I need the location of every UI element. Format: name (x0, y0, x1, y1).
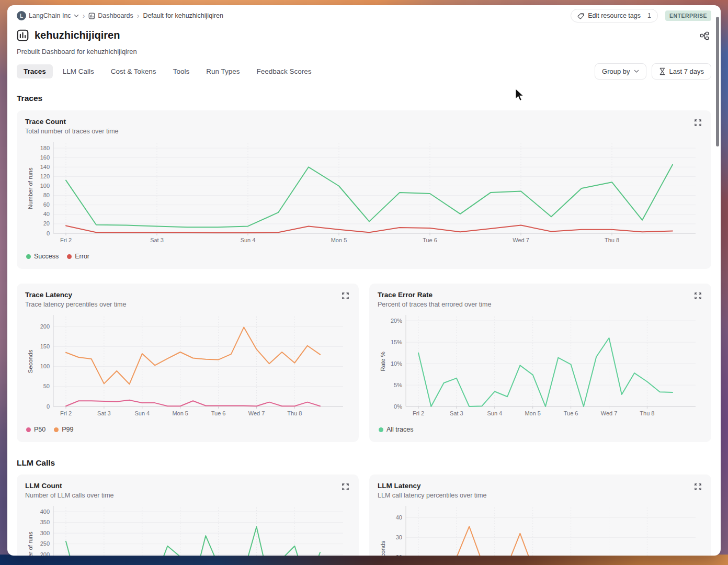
org-avatar: L (17, 11, 26, 20)
breadcrumb-dashboards[interactable]: Dashboards (88, 12, 133, 19)
tab-traces[interactable]: Traces (17, 64, 53, 78)
svg-text:Wed 7: Wed 7 (513, 237, 529, 243)
section-heading-traces: Traces (17, 94, 711, 103)
svg-text:350: 350 (40, 519, 50, 525)
svg-text:Thu 8: Thu 8 (605, 237, 619, 243)
expand-icon[interactable] (693, 482, 703, 493)
page-subtitle: Prebuilt Dashboard for kehuzhichijiqiren (17, 48, 711, 55)
svg-text:Fri 2: Fri 2 (413, 410, 424, 416)
hierarchy-icon (700, 31, 709, 41)
svg-text:Mon 5: Mon 5 (172, 410, 188, 416)
tab-llm-calls[interactable]: LLM Calls (56, 64, 101, 78)
tab-tools[interactable]: Tools (166, 64, 197, 78)
legend-label: Success (34, 253, 59, 260)
svg-text:Tue 6: Tue 6 (211, 410, 226, 416)
edit-resource-tags-button[interactable]: Edit resource tags 1 (571, 9, 658, 22)
legend-dot (379, 427, 383, 432)
card-head: LLM Latency LLM call latency percentiles… (378, 482, 703, 499)
svg-text:Mon 5: Mon 5 (331, 237, 347, 243)
expand-icon[interactable] (340, 482, 350, 493)
svg-text:150: 150 (40, 343, 50, 349)
group-by-label: Group by (602, 67, 630, 75)
svg-text:200: 200 (40, 551, 50, 556)
chevron-down-icon (634, 70, 639, 73)
y-axis-label: Number of runs (27, 167, 33, 209)
breadcrumb-separator: › (83, 12, 85, 19)
legend-item-all-traces[interactable]: All traces (379, 426, 413, 433)
tab-run-types[interactable]: Run Types (199, 64, 246, 78)
legend-item-p99[interactable]: P99 (54, 426, 73, 433)
card-title: LLM Latency (378, 482, 486, 490)
svg-text:60: 60 (43, 201, 50, 208)
expand-icon[interactable] (693, 118, 703, 129)
svg-text:80: 80 (43, 192, 50, 198)
expand-icon[interactable] (693, 291, 703, 302)
org-switcher[interactable]: L LangChain Inc (17, 11, 79, 20)
legend-label: All traces (386, 426, 413, 433)
legend-item-error[interactable]: Error (67, 253, 89, 260)
trace-error-rate-legend: All traces (378, 424, 703, 435)
legend-item-success[interactable]: Success (26, 253, 59, 260)
card-subtitle: Percent of traces that errored over time (378, 301, 491, 308)
card-subtitle: Trace latency percentiles over time (25, 301, 126, 308)
legend-label: P99 (62, 426, 73, 433)
svg-text:20%: 20% (391, 318, 402, 324)
tab-feedback-scores[interactable]: Feedback Scores (249, 64, 318, 78)
card-title: Trace Count (25, 118, 119, 126)
trace-latency-svg: 050100150200Fri 2Sat 3Sun 4Mon 5Tue 6Wed… (25, 312, 350, 420)
card-subtitle: LLM call latency percentiles over time (378, 492, 486, 499)
svg-text:400: 400 (40, 508, 50, 515)
svg-text:100: 100 (40, 363, 50, 369)
expand-arrows-icon (342, 483, 349, 491)
time-range-button[interactable]: Last 7 days (652, 63, 712, 80)
svg-text:160: 160 (40, 154, 50, 161)
expand-arrows-icon (694, 483, 702, 491)
breadcrumb-separator: › (137, 12, 140, 19)
svg-text:Sun 4: Sun 4 (134, 410, 150, 416)
svg-text:20: 20 (43, 220, 50, 227)
svg-text:0: 0 (47, 230, 50, 236)
trace-count-chart: 020406080100120140160180Fri 2Sat 3Sun 4M… (25, 139, 703, 247)
legend-item-p50[interactable]: P50 (26, 426, 46, 433)
top-bar: L LangChain Inc › Dashboards › Default f… (17, 5, 711, 22)
llm-latency-series-p99 (418, 526, 673, 556)
page-title: kehuzhichijiqiren (35, 29, 120, 41)
org-name: LangChain Inc (29, 12, 71, 19)
svg-text:Wed 7: Wed 7 (601, 410, 618, 416)
legend-label: P50 (34, 426, 46, 433)
trace-latency-card: Trace Latency Trace latency percentiles … (17, 284, 359, 442)
card-head: LLM Count Number of LLM calls over time (25, 482, 350, 499)
svg-text:140: 140 (40, 164, 50, 170)
llm-count-chart: 050100150200250300350400Fri 2Sat 3Sun 4M… (25, 503, 350, 556)
topbar-right: Edit resource tags 1 ENTERPRISE (571, 9, 711, 22)
card-subtitle: Total number of traces over time (25, 128, 119, 135)
y-axis-label: Seconds (27, 349, 33, 373)
traces-cards-row: Trace Latency Trace latency percentiles … (17, 284, 711, 442)
svg-text:Thu 8: Thu 8 (287, 410, 302, 416)
hourglass-icon (659, 67, 666, 75)
legend-dot (67, 254, 72, 259)
svg-text:180: 180 (40, 145, 50, 151)
card-head: Trace Count Total number of traces over … (25, 118, 703, 135)
svg-text:250: 250 (40, 540, 50, 547)
trace-count-svg: 020406080100120140160180Fri 2Sat 3Sun 4M… (25, 139, 703, 247)
hierarchy-icon-button[interactable] (698, 29, 711, 44)
svg-text:0: 0 (47, 403, 50, 410)
desktop-background: { "breadcrumb": { "org": "LangChain Inc"… (0, 0, 728, 565)
card-title: Trace Error Rate (378, 291, 491, 299)
svg-text:Sat 3: Sat 3 (150, 237, 164, 243)
llm-cards-row: LLM Count Number of LLM calls over time … (17, 474, 711, 556)
svg-text:20: 20 (396, 554, 402, 556)
plan-badge: ENTERPRISE (665, 10, 711, 21)
tab-cost-tokens[interactable]: Cost & Tokens (104, 64, 163, 78)
llm-latency-chart: 010203040Fri 2Sat 3Sun 4Mon 5Tue 6Wed 7T… (378, 503, 703, 556)
group-by-button[interactable]: Group by (595, 63, 646, 80)
svg-text:Tue 6: Tue 6 (423, 237, 437, 243)
expand-icon[interactable] (340, 291, 350, 302)
scrollbar-thumb[interactable] (716, 17, 719, 146)
legend-dot (54, 427, 59, 432)
expand-arrows-icon (342, 292, 349, 300)
tab-list: Traces LLM Calls Cost & Tokens Tools Run… (17, 64, 318, 78)
svg-text:15%: 15% (391, 339, 402, 345)
llm-latency-card: LLM Latency LLM call latency percentiles… (369, 474, 711, 556)
